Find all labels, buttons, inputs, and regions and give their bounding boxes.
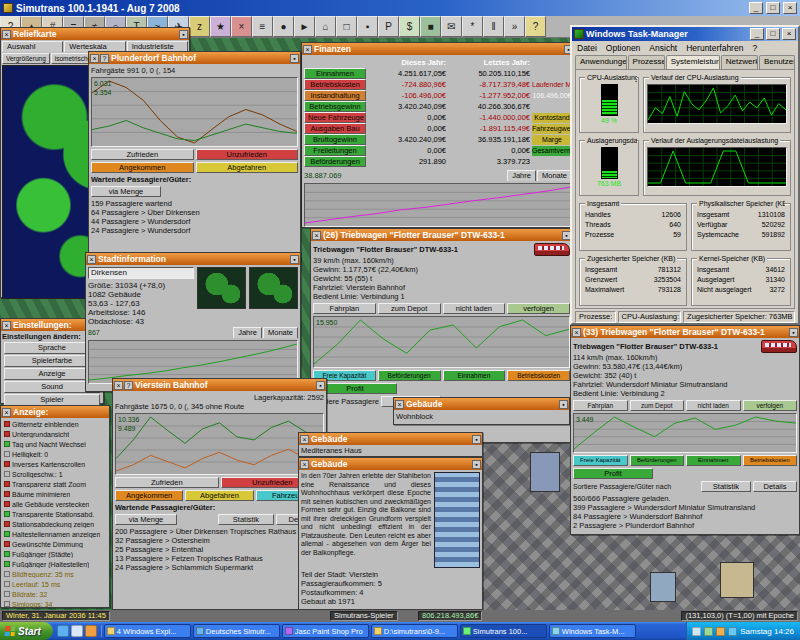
window-titlebar[interactable]: × Gebäude ▪ [299, 458, 482, 470]
close-icon[interactable]: × [114, 381, 123, 390]
messages-icon[interactable]: ✉ [441, 16, 462, 37]
os-titlebar[interactable]: Simutrans 100.1-1941 - Aug 7 2008 _ □ × [0, 0, 800, 16]
station-stat-button[interactable]: Zufrieden [91, 149, 194, 160]
taskmanager-tab[interactable]: Anwendungen [575, 55, 627, 69]
vehicle-stat-button[interactable]: Betriebskosten [507, 370, 570, 381]
sticky-pin-icon[interactable]: ▪ [290, 54, 299, 63]
finance-extra[interactable]: Fahrzeugwert [532, 124, 572, 134]
minimap-icon[interactable]: ■ [420, 16, 441, 37]
menu-item[interactable]: ? [752, 43, 757, 53]
factory-list-icon[interactable]: ▪ [357, 16, 378, 37]
vehicle-list-icon[interactable]: ► [294, 16, 315, 37]
display-option[interactable]: Fußgänger (Haltestellen) [2, 559, 108, 569]
finance-icon[interactable]: $ [399, 16, 420, 37]
powerline-tool-icon[interactable]: z [189, 16, 210, 37]
station-stat-button[interactable]: Abgefahren [185, 490, 253, 501]
display-option[interactable]: Bildrate: 32 [2, 589, 108, 599]
building[interactable] [720, 562, 754, 598]
display-option[interactable]: Fußgänger (Städte) [2, 549, 108, 559]
display-option[interactable]: Untergrundansicht [2, 429, 108, 439]
finance-extra[interactable] [532, 69, 572, 79]
window-titlebar[interactable]: × (26) Triebwagen "Flotter Brauser" DTW-… [311, 229, 572, 241]
statistik-button[interactable]: Statistik [701, 481, 751, 492]
finance-category-button[interactable]: Instandhaltung [304, 90, 366, 101]
station-stat-button[interactable]: Angekommen [91, 162, 194, 173]
finance-category-button[interactable]: Einnahmen [304, 68, 366, 79]
building[interactable] [530, 452, 560, 492]
taskmanager-tab[interactable]: Netzwerk [721, 55, 758, 69]
finance-category-button[interactable]: Betriebskosten [304, 79, 366, 90]
halt-list-icon[interactable]: ● [273, 16, 294, 37]
taskmanager-tab[interactable]: Prozesse [628, 55, 665, 69]
help-icon[interactable]: ? [124, 381, 133, 390]
display-option[interactable]: Transparente Stationsabd. [2, 509, 108, 519]
display-option[interactable]: Leerlauf: 15 ms [2, 579, 108, 589]
menu-item[interactable]: Herunterfahren [686, 43, 743, 53]
chart-period-tab[interactable]: Monate [263, 327, 298, 338]
vehicle-action-button[interactable]: nicht laden [443, 303, 506, 314]
sticky-pin-icon[interactable]: ▪ [789, 328, 798, 337]
window-titlebar[interactable]: × Anzeige: [1, 406, 109, 418]
quick-launch-internet-icon[interactable] [57, 625, 69, 637]
sticky-pin-icon[interactable]: ▪ [559, 400, 568, 409]
display-option[interactable]: Bildfrequenz: 35 ms [2, 569, 108, 579]
close-icon[interactable]: × [300, 435, 309, 444]
special-build-tool-icon[interactable]: ★ [210, 16, 231, 37]
finance-extra[interactable]: Gesamtvermögen [532, 146, 572, 156]
sticky-pin-icon[interactable]: ▪ [472, 435, 481, 444]
city-name-input[interactable]: Dirkensen [88, 267, 194, 279]
window-titlebar[interactable]: Windows Task-Manager _ □ × [572, 27, 798, 41]
close-icon[interactable]: × [2, 408, 11, 417]
close-icon[interactable]: × [2, 30, 11, 39]
finance-category-button[interactable]: Bruttogewinn [304, 134, 366, 145]
taskbar-task-button[interactable]: Windows Task-M... [549, 624, 636, 638]
window-titlebar[interactable]: × Reliefkarte ▪ [1, 28, 189, 40]
minimize-icon[interactable]: _ [750, 28, 764, 40]
chart-period-tab[interactable]: Monate [537, 170, 572, 181]
help-icon[interactable]: ? [525, 16, 546, 37]
close-icon[interactable]: × [300, 460, 309, 469]
vehicle-stat-button[interactable]: Freie Kapazität [573, 455, 628, 466]
close-icon[interactable]: × [572, 328, 581, 337]
sticky-pin-icon[interactable]: ▪ [290, 255, 299, 264]
vehicle-action-button[interactable]: verfolgen [743, 400, 798, 411]
vehicle-stat-button[interactable]: Beförderungen [378, 370, 441, 381]
window-titlebar[interactable]: × Gebäude ▪ [299, 433, 482, 445]
player-list-icon[interactable]: P [378, 16, 399, 37]
finance-category-button[interactable]: Betriebsgewinn [304, 101, 366, 112]
display-option[interactable]: Stationsabdeckung zeigen [2, 519, 108, 529]
vehicle-action-button[interactable]: nicht laden [686, 400, 741, 411]
sticky-pin-icon[interactable]: ▪ [472, 460, 481, 469]
menu-item[interactable]: Optionen [606, 43, 641, 53]
display-option[interactable]: Gitternetz einblenden [2, 419, 108, 429]
close-icon[interactable]: × [2, 321, 11, 330]
quick-launch-desktop-icon[interactable] [71, 625, 83, 637]
clock[interactable]: Samstag 14:26 [740, 627, 794, 636]
town-list-icon[interactable]: ⌂ [315, 16, 336, 37]
menu-item[interactable]: Ansicht [649, 43, 677, 53]
window-titlebar[interactable]: × ? Vierstein Bahnhof ▪ [113, 379, 326, 391]
tray-volume-icon[interactable] [692, 627, 701, 636]
vehicle-action-button[interactable]: zum Depot [378, 303, 441, 314]
vehicle-stat-button[interactable]: Betriebskosten [743, 455, 798, 466]
vehicle-action-button[interactable]: Fahrplan [573, 400, 628, 411]
vehicle-action-button[interactable]: zum Depot [630, 400, 685, 411]
building[interactable] [650, 572, 676, 602]
finance-category-button[interactable]: Neue Fahrzeuge [304, 112, 366, 123]
window-titlebar[interactable]: × ? Plunderdorf Bahnhof ▪ [89, 52, 300, 64]
station-stat-button[interactable]: Unzufrieden [196, 149, 299, 160]
sticky-pin-icon[interactable]: ▪ [316, 381, 325, 390]
vehicle-stat-button[interactable]: Einnahmen [443, 370, 506, 381]
window-titlebar[interactable]: × Stadtinformation ▪ [86, 253, 300, 265]
vehicle-stat-button[interactable]: Beförderungen [630, 455, 685, 466]
window-titlebar[interactable]: × Gebäude ▪ [394, 398, 569, 410]
close-icon[interactable]: × [303, 45, 312, 54]
taskbar-task-button[interactable]: Jasc Paint Shop Pro [282, 624, 369, 638]
vehicle-action-button[interactable]: verfolgen [507, 303, 570, 314]
close-icon[interactable]: × [90, 54, 99, 63]
display-option[interactable]: alle Gebäude verstecken [2, 499, 108, 509]
finance-category-button[interactable]: Ausgaben Bau [304, 123, 366, 134]
finance-extra[interactable]: Laufender Monat [532, 80, 572, 90]
profit-button[interactable]: Profit [573, 468, 653, 479]
tray-messenger-icon[interactable] [728, 627, 737, 636]
